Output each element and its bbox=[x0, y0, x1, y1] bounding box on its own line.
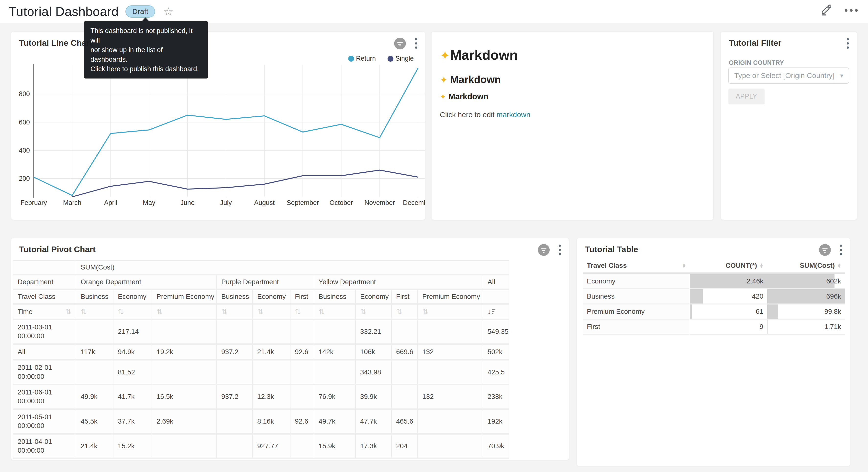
pivot-cell: 238k bbox=[483, 385, 509, 410]
metric-cell: 61 bbox=[690, 304, 767, 320]
table-row[interactable]: Economy2.46k602k bbox=[583, 274, 845, 289]
svg-text:800: 800 bbox=[19, 90, 30, 97]
kebab-menu-icon[interactable] bbox=[838, 243, 843, 256]
sort-icon[interactable]: ▲▼ bbox=[760, 263, 763, 268]
sort-icon[interactable]: ⇅ bbox=[319, 308, 325, 316]
pivot-cell: 204 bbox=[392, 435, 418, 459]
pivot-cell: 92.6 bbox=[290, 345, 314, 360]
sort-icon[interactable]: ⇅ bbox=[118, 308, 124, 316]
pivot-cell: 21.4k bbox=[76, 435, 114, 459]
kebab-menu-icon[interactable] bbox=[413, 37, 418, 50]
sort-icon[interactable]: ⇅ bbox=[81, 308, 87, 316]
column-header-sum-cost[interactable]: SUM(Cost) ▲▼ bbox=[767, 259, 845, 274]
travel-class-cell: Business bbox=[583, 289, 690, 304]
svg-text:November: November bbox=[365, 199, 395, 206]
sort-icon[interactable]: ⇅ bbox=[422, 308, 428, 316]
svg-text:December: December bbox=[403, 199, 425, 206]
sort-icon[interactable]: ⇅ bbox=[295, 308, 301, 316]
sort-icon[interactable]: ⇅ bbox=[360, 308, 366, 316]
legend-item-return[interactable]: Return bbox=[348, 55, 376, 62]
pivot-row-key: All bbox=[13, 345, 76, 360]
pivot-cell: 192k bbox=[483, 410, 509, 435]
svg-text:400: 400 bbox=[19, 147, 30, 154]
pivot-cell: 17.3k bbox=[356, 435, 392, 459]
markdown-h2: ✦Markdown bbox=[440, 74, 501, 86]
column-header-count[interactable]: COUNT(*) ▲▼ bbox=[690, 259, 767, 274]
draft-badge[interactable]: Draft bbox=[125, 5, 155, 18]
series-line-single[interactable] bbox=[72, 170, 418, 197]
page-title: Tutorial Dashboard bbox=[9, 4, 119, 19]
svg-text:August: August bbox=[254, 199, 275, 206]
apply-button[interactable]: APPLY bbox=[728, 89, 765, 105]
sort-icon[interactable]: ▲▼ bbox=[682, 263, 686, 268]
filter-badge-icon[interactable] bbox=[538, 244, 550, 256]
pivot-cell bbox=[314, 360, 356, 385]
more-menu-button[interactable] bbox=[845, 5, 858, 16]
pivot-row-dimension-label: Time bbox=[18, 308, 33, 316]
tooltip-line: not show up in the list of dashboards. bbox=[90, 45, 202, 64]
sparkles-icon: ✦ bbox=[440, 49, 450, 62]
svg-text:October: October bbox=[330, 199, 353, 206]
filter-badge-icon[interactable] bbox=[394, 37, 406, 50]
table-panel: Tutorial Table Travel Class ▲▼ COUNT(*) bbox=[577, 238, 850, 466]
pivot-cell bbox=[217, 320, 253, 345]
sort-icon[interactable]: ⇅ bbox=[156, 308, 163, 316]
table-row[interactable]: Business420696k bbox=[583, 289, 845, 304]
legend-dot-icon bbox=[348, 56, 354, 62]
table-row[interactable]: Premium Economy6199.8k bbox=[583, 304, 845, 320]
pivot-cell: 70.9k bbox=[483, 435, 509, 459]
svg-text:April: April bbox=[104, 199, 117, 206]
pivot-cell: 132 bbox=[418, 385, 483, 410]
pivot-metric-label: SUM(Cost) bbox=[76, 261, 509, 275]
pivot-metric-row: SUM(Cost) bbox=[13, 261, 509, 275]
pivot-cell bbox=[290, 435, 314, 459]
pivot-cell: 92.6 bbox=[290, 410, 314, 435]
svg-text:July: July bbox=[220, 199, 232, 206]
sort-descending-icon[interactable]: ↓ bbox=[488, 308, 495, 316]
column-header-travel-class[interactable]: Travel Class ▲▼ bbox=[583, 259, 690, 274]
pivot-sort-cell: ⇅ bbox=[114, 305, 152, 320]
metric-cell: 1.71k bbox=[767, 320, 845, 335]
pivot-cell: 45.5k bbox=[76, 410, 114, 435]
pivot-cell bbox=[290, 385, 314, 410]
pivot-cell bbox=[290, 320, 314, 345]
legend-item-single[interactable]: Single bbox=[388, 55, 414, 62]
sort-icon[interactable]: ⇅ bbox=[257, 308, 264, 316]
table-header-row: Travel Class ▲▼ COUNT(*) ▲▼ SUM(Cost) ▲▼ bbox=[583, 259, 845, 274]
pivot-cell: 15.2k bbox=[114, 435, 152, 459]
pivot-cell bbox=[392, 320, 418, 345]
pivot-cell: 332.21 bbox=[356, 320, 392, 345]
kebab-menu-icon[interactable] bbox=[845, 37, 850, 50]
sort-icon[interactable]: ⇅ bbox=[221, 308, 227, 316]
pivot-cell bbox=[152, 435, 217, 459]
pivot-cell: 425.5 bbox=[483, 360, 509, 385]
origin-country-select[interactable]: Type or Select [Origin Country] ▾ bbox=[728, 67, 849, 84]
table-row[interactable]: First91.71k bbox=[583, 320, 845, 335]
pivot-row-key: 2011-03-0100:00:00 bbox=[13, 320, 76, 345]
metric-cell: 2.46k bbox=[690, 274, 767, 289]
svg-text:February: February bbox=[21, 199, 47, 206]
pivot-cell: 465.6 bbox=[392, 410, 418, 435]
sort-icon[interactable]: ⇅ bbox=[65, 307, 71, 316]
pivot-cell: 47.7k bbox=[356, 410, 392, 435]
edit-markdown-link[interactable]: markdown bbox=[497, 111, 530, 119]
pivot-col-header: Economy bbox=[253, 290, 290, 305]
filter-badge-icon[interactable] bbox=[819, 244, 831, 256]
svg-text:March: March bbox=[63, 199, 82, 206]
kebab-menu-icon[interactable] bbox=[557, 243, 562, 256]
edit-dashboard-button[interactable] bbox=[820, 4, 832, 17]
star-icon[interactable]: ☆ bbox=[163, 6, 173, 17]
svg-text:September: September bbox=[286, 199, 319, 206]
pivot-subdimension-label: Travel Class bbox=[13, 290, 76, 305]
legend-dot-icon bbox=[388, 56, 394, 62]
pivot-row: 2011-06-0100:00:0049.9k41.7k16.5k937.212… bbox=[13, 385, 509, 410]
pivot-cell bbox=[217, 360, 253, 385]
metric-cell: 9 bbox=[690, 320, 767, 335]
pivot-department-row: Department Orange Department Purple Depa… bbox=[13, 275, 509, 290]
sort-icon[interactable]: ⇅ bbox=[396, 308, 402, 316]
pivot-col-header: Business bbox=[314, 290, 356, 305]
pivot-sort-row: Time⇅⇅⇅⇅⇅⇅⇅⇅⇅⇅⇅↓ bbox=[13, 305, 509, 320]
pivot-row-key: 2011-05-0100:00:00 bbox=[13, 410, 76, 435]
sort-icon[interactable]: ▲▼ bbox=[837, 263, 841, 268]
pivot-col-header: Premium Economy bbox=[152, 290, 217, 305]
